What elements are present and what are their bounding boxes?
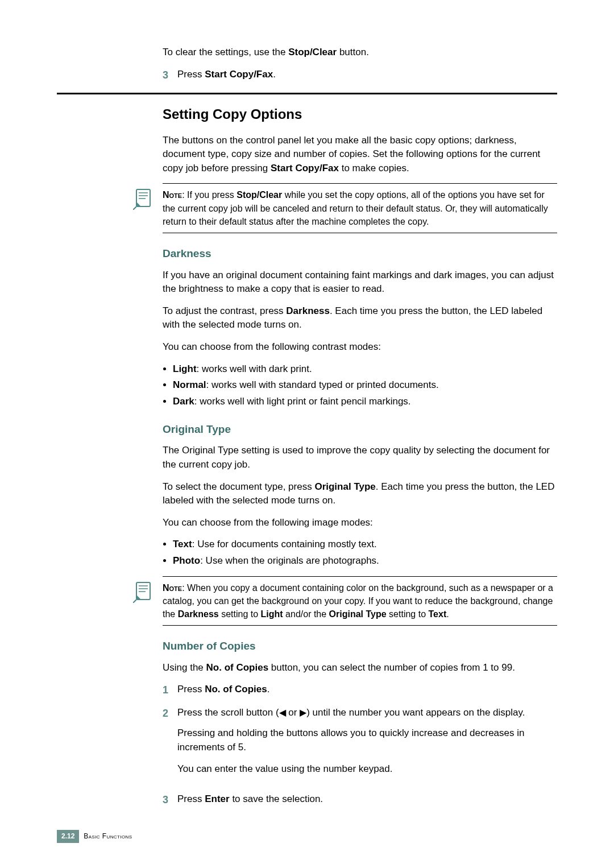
text: : If you press (182, 190, 237, 200)
clear-settings-paragraph: To clear the settings, use the Stop/Clea… (163, 46, 557, 60)
list-item: Normal: works well with standard typed o… (173, 378, 557, 392)
numcopies-step-1: 1 Press No. of Copies. (163, 683, 557, 697)
chapter-label: Basic Functions (84, 832, 132, 841)
svg-rect-5 (136, 582, 150, 600)
text: : works well with light print or faint p… (194, 396, 411, 407)
mode-name: Photo (173, 555, 200, 566)
note-icon (133, 580, 156, 603)
text: To select the document type, press (163, 481, 314, 492)
note-label: Note (163, 583, 182, 593)
text: Press the scroll button ( (177, 707, 279, 718)
text: to save the selection. (230, 793, 323, 804)
text: : works well with standard typed or prin… (206, 379, 439, 390)
text: ) until the number you want appears on t… (306, 707, 525, 718)
left-arrow-icon: ◀ (279, 706, 286, 719)
step-text: Press the scroll button (◀ or ▶) until t… (177, 706, 557, 785)
numcopies-step-2: 2 Press the scroll button (◀ or ▶) until… (163, 706, 557, 785)
mode-name: Text (173, 539, 192, 549)
list-item: Text: Use for documents containing mostl… (173, 538, 557, 552)
section-divider (57, 93, 557, 94)
step-number: 3 (163, 792, 177, 807)
darkness-p2: To adjust the contrast, press Darkness. … (163, 304, 557, 332)
text: button. (337, 47, 369, 57)
original-type-heading: Original Type (163, 421, 557, 437)
step-number: 2 (163, 706, 177, 721)
text: setting to (387, 609, 429, 619)
text: To clear the settings, use the (163, 47, 288, 57)
text: to make copies. (339, 163, 409, 173)
start-copy-fax-label: Start Copy/Fax (205, 69, 273, 80)
darkness-modes-list: Light: works well with dark print. Norma… (163, 362, 557, 409)
note-block-2: Note: When you copy a document containin… (163, 576, 557, 626)
mode-name: Normal (173, 379, 206, 390)
original-type-button-label: Original Type (314, 481, 375, 492)
text: . (267, 684, 270, 695)
text: : Use for documents containing mostly te… (192, 539, 377, 549)
step-text: Press Enter to save the selection. (177, 792, 557, 807)
content-column: To clear the settings, use the Stop/Clea… (163, 46, 557, 807)
list-item: Photo: Use when the originals are photog… (173, 554, 557, 568)
text: Using the (163, 662, 206, 673)
text: : works well with dark print. (197, 363, 312, 374)
origtype-modes-list: Text: Use for documents containing mostl… (163, 538, 557, 568)
darkness-p3: You can choose from the following contra… (163, 340, 557, 354)
step-2-p3: You can enter the value using the number… (177, 762, 557, 776)
step-text: Press No. of Copies. (177, 683, 557, 697)
svg-rect-0 (136, 189, 150, 206)
text: To adjust the contrast, press (163, 305, 286, 316)
list-item: Light: works well with dark print. (173, 362, 557, 377)
step-2-p2: Pressing and holding the buttons allows … (177, 726, 557, 754)
text: setting to (219, 609, 261, 619)
text: Press (177, 69, 205, 80)
note-block-1: Note: If you press Stop/Clear while you … (163, 183, 557, 233)
text: button, you can select the number of cop… (268, 662, 515, 673)
origtype-p1: The Original Type setting is used to imp… (163, 444, 557, 472)
origtype-p2: To select the document type, press Origi… (163, 480, 557, 508)
step-number: 3 (163, 68, 177, 82)
setting-copy-options-heading: Setting Copy Options (163, 105, 557, 125)
right-arrow-icon: ▶ (300, 706, 306, 719)
darkness-label: Darkness (178, 609, 219, 619)
step-text: Press Start Copy/Fax. (177, 68, 557, 82)
original-type-label: Original Type (329, 609, 387, 619)
mode-name: Dark (173, 396, 194, 407)
darkness-heading: Darkness (163, 246, 557, 262)
text: Press (177, 793, 205, 804)
start-copy-fax-label: Start Copy/Fax (271, 163, 339, 173)
intro-paragraph: The buttons on the control panel let you… (163, 134, 557, 176)
text: . (273, 69, 276, 80)
text-label: Text (429, 609, 447, 619)
text: : Use when the originals are photographs… (200, 555, 379, 566)
page: To clear the settings, use the Stop/Clea… (0, 0, 614, 838)
numcopies-step-3: 3 Press Enter to save the selection. (163, 792, 557, 807)
origtype-p3: You can choose from the following image … (163, 516, 557, 530)
text: Press (177, 684, 205, 695)
mode-name: Light (173, 363, 197, 374)
text: . (446, 609, 449, 619)
stop-clear-label: Stop/Clear (288, 47, 337, 57)
stop-clear-label: Stop/Clear (237, 190, 282, 200)
number-of-copies-heading: Number of Copies (163, 638, 557, 654)
darkness-p1: If you have an original document contain… (163, 268, 557, 296)
no-of-copies-label: No. of Copies (205, 684, 267, 695)
page-footer: 2.12 Basic Functions (57, 830, 132, 843)
light-label: Light (261, 609, 283, 619)
enter-label: Enter (205, 793, 229, 804)
note-label: Note (163, 190, 182, 200)
darkness-button-label: Darkness (286, 305, 330, 316)
text: or (286, 707, 300, 718)
numcopies-p1: Using the No. of Copies button, you can … (163, 661, 557, 675)
step-number: 1 (163, 683, 177, 697)
text: and/or the (283, 609, 329, 619)
step-3-top: 3 Press Start Copy/Fax. (163, 68, 557, 82)
note-icon (133, 187, 156, 210)
list-item: Dark: works well with light print or fai… (173, 395, 557, 409)
no-of-copies-label: No. of Copies (206, 662, 269, 673)
page-number-box: 2.12 (57, 830, 79, 843)
